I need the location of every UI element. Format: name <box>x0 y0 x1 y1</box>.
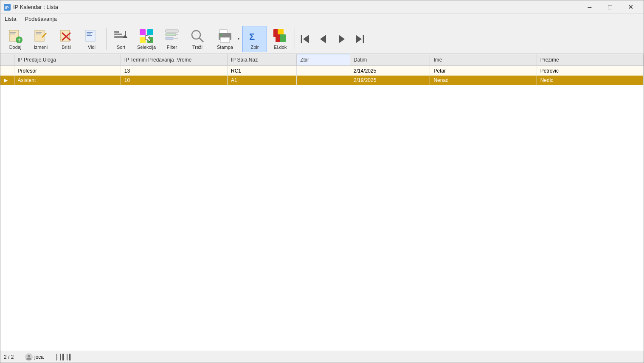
svg-rect-16 <box>87 32 93 33</box>
svg-text:IP: IP <box>5 6 9 10</box>
maximize-button[interactable]: □ <box>600 0 620 14</box>
svg-rect-38 <box>220 37 230 42</box>
svg-rect-24 <box>140 29 146 35</box>
svg-rect-17 <box>87 34 91 34</box>
row-indicator: ▶ <box>0 76 14 85</box>
sort-icon <box>113 28 129 44</box>
svg-marker-47 <box>303 35 309 43</box>
brisi-button[interactable]: Briši <box>54 26 79 52</box>
dodaj-button[interactable]: + Dodaj <box>3 26 28 52</box>
eldok-button[interactable]: El.dok <box>268 26 292 52</box>
nav-next-button[interactable] <box>333 26 350 52</box>
barcode <box>56 354 71 360</box>
nav-prev-button[interactable] <box>315 26 332 52</box>
selekcija-button[interactable]: Selekcija <box>134 26 159 52</box>
vidi-button[interactable]: Vidi <box>79 26 104 52</box>
window-icon: IP <box>4 4 11 11</box>
svg-text:Σ: Σ <box>249 31 255 42</box>
svg-rect-9 <box>36 34 41 34</box>
trazi-button[interactable]: Traži <box>185 26 210 52</box>
zbir-button[interactable]: Σ Zbir <box>242 26 267 52</box>
nav-first-button[interactable] <box>297 26 314 52</box>
close-button[interactable]: ✕ <box>621 0 640 14</box>
title-controls: – □ ✕ <box>580 0 640 14</box>
svg-marker-49 <box>339 35 345 43</box>
cell-zbir <box>297 76 350 85</box>
svg-rect-29 <box>166 30 178 32</box>
cell-zbir <box>297 66 350 76</box>
separator-3 <box>295 28 295 50</box>
table-row[interactable]: ▶Asistent10A12/19/2025NenadNedic <box>0 76 644 85</box>
col-sala[interactable]: IP Sala.Naz <box>228 54 297 66</box>
nav-first-icon <box>298 31 313 47</box>
username: joca <box>34 354 44 360</box>
stampa-icon <box>217 28 233 44</box>
stampa-button[interactable]: Štampa <box>214 26 236 52</box>
user-info: joca <box>25 353 44 361</box>
table-body: Profesor13RC12/14/2025PetarPetrovic▶Asis… <box>0 66 644 85</box>
title-bar-left: IP IP Kalendar : Lista <box>4 4 58 11</box>
svg-rect-19 <box>114 31 119 33</box>
cell-ime: Nenad <box>430 76 537 85</box>
table-header-row: IP Predaje.Uloga IP Termini Predavanja .… <box>0 54 644 66</box>
svg-rect-30 <box>166 34 176 36</box>
window-title: IP Kalendar : Lista <box>13 4 58 10</box>
filter-button[interactable]: Filter <box>160 26 184 52</box>
svg-rect-39 <box>220 34 222 36</box>
svg-rect-31 <box>166 37 173 39</box>
cell-sala: RC1 <box>228 66 297 76</box>
svg-rect-26 <box>140 37 146 43</box>
svg-rect-4 <box>10 34 15 34</box>
svg-rect-8 <box>36 32 42 33</box>
col-vreme[interactable]: IP Termini Predavanja .Vreme <box>121 54 227 66</box>
content-area: IP Predaje.Uloga IP Termini Predavanja .… <box>0 54 644 351</box>
izmeni-button[interactable]: Izmeni <box>28 26 53 52</box>
vidi-icon <box>84 28 99 44</box>
table-row[interactable]: Profesor13RC12/14/2025PetarPetrovic <box>0 66 644 76</box>
row-indicator <box>0 66 14 76</box>
cell-prezime: Nedic <box>537 76 643 85</box>
svg-rect-18 <box>87 35 92 36</box>
nav-last-icon <box>352 31 367 47</box>
cell-sala: A1 <box>228 76 297 85</box>
svg-point-52 <box>28 355 30 357</box>
menu-podesavanja[interactable]: Podešavanja <box>20 15 61 23</box>
col-ime[interactable]: Ime <box>430 54 537 66</box>
cell-ime: Petar <box>430 66 537 76</box>
toolbar: + Dodaj Izmeni <box>0 24 644 54</box>
nav-last-button[interactable] <box>351 26 368 52</box>
minimize-button[interactable]: – <box>580 0 599 14</box>
svg-marker-48 <box>320 35 326 43</box>
data-table: IP Predaje.Uloga IP Termini Predavanja .… <box>0 54 644 85</box>
filter-icon <box>164 28 180 44</box>
svg-marker-51 <box>356 35 362 43</box>
stampa-arrow-button[interactable]: ▼ <box>236 26 242 52</box>
main-window: IP IP Kalendar : Lista – □ ✕ Lista Podeš… <box>0 0 644 363</box>
cell-datim: 2/14/2025 <box>350 66 430 76</box>
stampa-group: Štampa ▼ <box>214 26 242 52</box>
menu-lista[interactable]: Lista <box>0 15 20 23</box>
separator-2 <box>212 28 212 50</box>
cell-vreme: 13 <box>121 66 227 76</box>
cell-prezime: Petrovic <box>537 66 643 76</box>
cell-uloga: Asistent <box>14 76 121 85</box>
col-prezime[interactable]: Prezime <box>537 54 643 66</box>
svg-text:+: + <box>17 37 21 43</box>
col-datim[interactable]: Datim <box>350 54 430 66</box>
svg-rect-25 <box>147 29 153 35</box>
status-bar: 2 / 2 joca <box>0 351 644 363</box>
col-uloga[interactable]: IP Predaje.Uloga <box>14 54 121 66</box>
cell-vreme: 10 <box>121 76 227 85</box>
svg-rect-3 <box>10 32 16 33</box>
zbir-icon: Σ <box>247 28 262 44</box>
dodaj-icon: + <box>8 28 23 44</box>
menu-bar: Lista Podešavanja <box>0 14 644 24</box>
selekcija-icon <box>139 28 154 44</box>
nav-prev-icon <box>316 31 331 47</box>
nav-next-icon <box>334 31 349 47</box>
col-indicator <box>0 54 14 66</box>
user-icon <box>25 353 33 361</box>
sort-button[interactable]: Sort <box>109 26 133 52</box>
svg-rect-7 <box>35 30 44 41</box>
col-zbir[interactable]: Zbir <box>297 54 350 66</box>
